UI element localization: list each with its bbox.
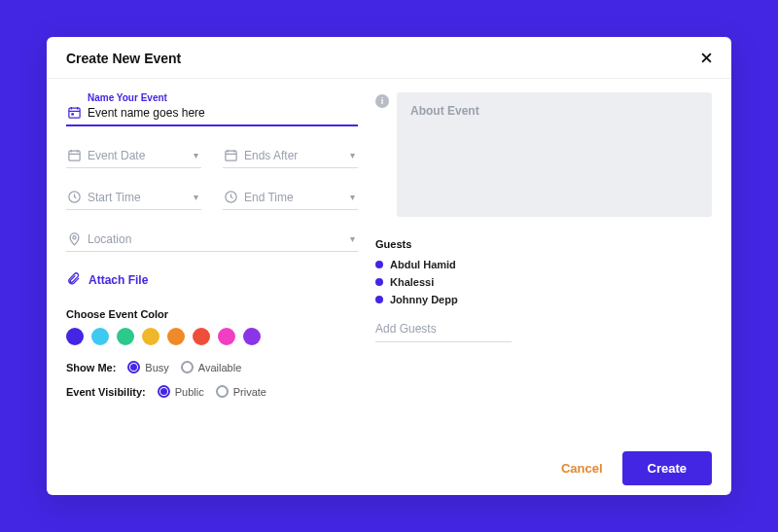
- details-column: i About Event Guests Abdul HamidKhalessi…: [375, 92, 712, 485]
- bullet-icon: [375, 261, 383, 268]
- chevron-down-icon: ▾: [346, 233, 358, 244]
- clock-icon: [223, 190, 238, 204]
- svg-rect-0: [68, 108, 79, 118]
- color-section-label: Choose Event Color: [66, 308, 358, 320]
- end-time-field[interactable]: End Time ▾: [223, 190, 358, 210]
- guest-name: Johnny Depp: [390, 294, 458, 305]
- radio-busy[interactable]: Busy: [127, 361, 168, 373]
- about-placeholder: About Event: [410, 104, 698, 118]
- color-option-6[interactable]: [218, 328, 235, 345]
- cancel-button[interactable]: Cancel: [561, 461, 603, 476]
- create-event-dialog: Create New Event Name Your Event Event n…: [47, 37, 731, 495]
- radio-circle-icon: [216, 385, 229, 398]
- radio-circle-icon: [127, 361, 140, 373]
- calendar-event-icon: [66, 105, 82, 120]
- start-time-field[interactable]: Start Time ▾: [66, 190, 201, 210]
- radio-available-label: Available: [198, 362, 241, 373]
- svg-rect-3: [225, 151, 235, 160]
- color-option-4[interactable]: [167, 328, 185, 345]
- event-name-field[interactable]: Event name goes here: [66, 105, 358, 126]
- radio-private[interactable]: Private: [216, 385, 266, 398]
- add-guests-placeholder: Add Guests: [375, 322, 437, 336]
- bullet-icon: [375, 296, 383, 303]
- end-time-placeholder: End Time: [244, 191, 340, 204]
- create-button[interactable]: Create: [622, 451, 712, 485]
- guest-item: Johnny Depp: [375, 291, 712, 308]
- color-option-5[interactable]: [193, 328, 210, 345]
- dialog-body: Name Your Event Event name goes here Eve…: [47, 79, 731, 495]
- color-option-3[interactable]: [142, 328, 159, 345]
- about-textarea[interactable]: About Event: [397, 92, 712, 217]
- visibility-row: Event Visibility: Public Private: [66, 385, 358, 398]
- color-option-7[interactable]: [243, 328, 261, 345]
- guest-name: Abdul Hamid: [390, 259, 456, 270]
- dialog-header: Create New Event: [47, 37, 731, 79]
- event-name-value: Event name goes here: [88, 106, 358, 120]
- chevron-down-icon: ▾: [346, 192, 358, 202]
- radio-public-label: Public: [175, 386, 204, 398]
- attach-file-button[interactable]: Attach File: [66, 271, 358, 289]
- radio-public[interactable]: Public: [158, 385, 204, 398]
- radio-available[interactable]: Available: [181, 361, 241, 373]
- visibility-label: Event Visibility:: [66, 386, 146, 398]
- location-placeholder: Location: [88, 232, 340, 246]
- chevron-down-icon: ▾: [190, 150, 201, 160]
- chevron-down-icon: ▾: [346, 150, 358, 160]
- dialog-actions: Cancel Create: [375, 424, 712, 485]
- guest-item: Khalessi: [375, 273, 712, 291]
- calendar-icon: [66, 148, 82, 162]
- chevron-down-icon: ▾: [190, 192, 201, 202]
- show-me-label: Show Me:: [66, 362, 116, 373]
- ends-after-field[interactable]: Ends After ▾: [223, 148, 358, 168]
- show-me-row: Show Me: Busy Available: [66, 361, 358, 373]
- event-date-placeholder: Event Date: [88, 149, 184, 162]
- color-picker: [66, 328, 358, 345]
- svg-point-6: [72, 236, 75, 239]
- close-icon[interactable]: [699, 49, 714, 68]
- radio-busy-label: Busy: [145, 362, 168, 373]
- radio-private-label: Private: [233, 386, 266, 398]
- paperclip-icon: [66, 271, 81, 289]
- event-date-field[interactable]: Event Date ▾: [66, 148, 201, 168]
- svg-rect-2: [68, 151, 79, 160]
- radio-circle-icon: [181, 361, 194, 373]
- form-column: Name Your Event Event name goes here Eve…: [66, 92, 358, 485]
- color-option-1[interactable]: [91, 328, 109, 345]
- location-field[interactable]: Location ▾: [66, 231, 358, 252]
- guest-name: Khalessi: [390, 276, 434, 288]
- calendar-icon: [223, 148, 238, 162]
- start-time-placeholder: Start Time: [88, 191, 184, 204]
- add-guests-input[interactable]: Add Guests: [375, 320, 512, 342]
- clock-icon: [66, 190, 82, 204]
- about-section: i About Event: [375, 92, 712, 217]
- event-name-label: Name Your Event: [88, 92, 358, 103]
- location-pin-icon: [66, 231, 82, 246]
- ends-after-placeholder: Ends After: [244, 149, 340, 162]
- guest-item: Abdul Hamid: [375, 256, 712, 273]
- info-icon: i: [375, 94, 389, 108]
- svg-rect-1: [71, 113, 74, 116]
- color-option-2[interactable]: [117, 328, 134, 345]
- attach-file-label: Attach File: [88, 273, 148, 287]
- radio-circle-icon: [158, 385, 170, 398]
- guests-label: Guests: [375, 238, 712, 250]
- bullet-icon: [375, 278, 383, 286]
- guest-list: Abdul HamidKhalessiJohnny Depp: [375, 256, 712, 308]
- color-option-0[interactable]: [66, 328, 84, 345]
- dialog-title: Create New Event: [66, 51, 181, 66]
